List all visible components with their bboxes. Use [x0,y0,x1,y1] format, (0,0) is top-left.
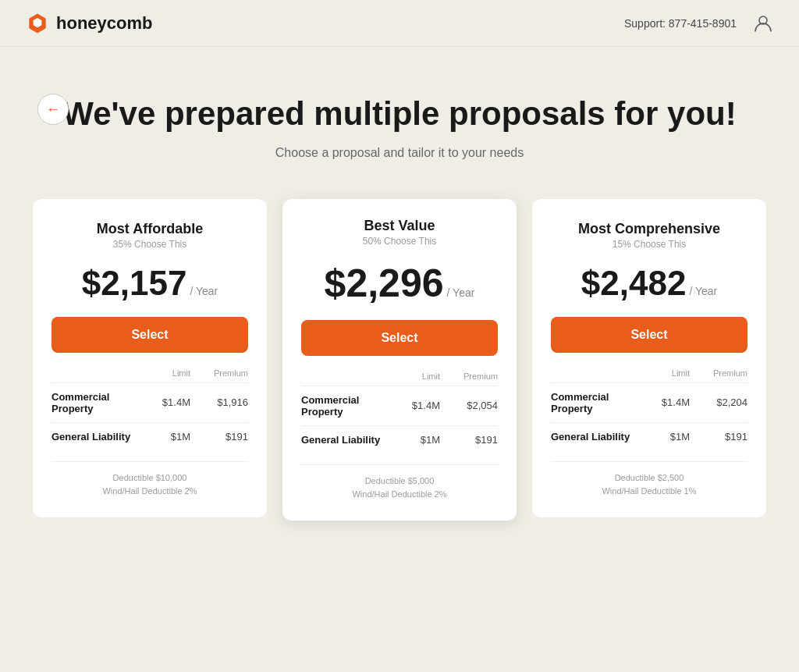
honeycomb-logo-icon [25,11,50,36]
price-period-best-value: / Year [447,286,475,299]
coverage-premium-gl-best-value: $191 [459,434,498,446]
price-amount-best-value: $2,296 [325,261,444,306]
col-limit-comprehensive: Limit [651,368,690,378]
select-button-best-value[interactable]: Select [301,320,498,356]
coverage-name-gl-affordable: General Liability [51,431,130,443]
card-choose-comprehensive: 15% Choose This [551,239,748,250]
col-premium-best-value: Premium [459,372,498,381]
card-price-best-value: $2,296 / Year [301,261,498,306]
coverage-limit-gl-comprehensive: $1M [651,431,690,443]
user-icon[interactable] [752,12,774,34]
card-choose-affordable: 35% Choose This [51,239,248,250]
deductible-line2-affordable: Wind/Hail Deductible 2% [51,485,248,499]
deductible-info-best-value: Deductible $5,000 Wind/Hail Deductible 2… [301,464,498,502]
coverage-premium-gl-affordable: $191 [209,431,248,443]
coverage-limit-cp-affordable: $1.4M [151,396,190,408]
header: honeycomb Support: 877-415-8901 [0,0,799,47]
back-button[interactable]: ← [37,94,69,125]
col-limit-best-value: Limit [401,372,440,381]
coverage-premium-cp-affordable: $1,916 [209,396,248,408]
coverage-premium-gl-comprehensive: $191 [708,431,748,443]
coverage-row-gl-affordable: General Liability $1M $191 [51,422,248,450]
back-arrow-icon: ← [46,101,60,118]
coverage-table-affordable: Limit Premium Commercial Property $1.4M … [51,368,248,450]
coverage-limit-cp-best-value: $1.4M [401,400,440,411]
card-most-comprehensive: Most Comprehensive 15% Choose This $2,48… [532,199,766,517]
deductible-line2-best-value: Wind/Hail Deductible 2% [301,488,498,502]
card-price-comprehensive: $2,482 / Year [551,264,748,303]
card-title-comprehensive: Most Comprehensive [551,221,748,237]
deductible-info-comprehensive: Deductible $2,500 Wind/Hail Deductible 1… [551,461,748,499]
coverage-header-best-value: Limit Premium [301,372,498,381]
support-text: Support: 877-415-8901 [624,17,737,30]
deductible-line1-best-value: Deductible $5,000 [301,475,498,489]
coverage-name-gl-comprehensive: General Liability [551,431,630,443]
coverage-name-gl-best-value: General Liability [301,434,380,446]
coverage-row-gl-comprehensive: General Liability $1M $191 [551,422,748,450]
header-right: Support: 877-415-8901 [624,12,774,34]
deductible-line1-affordable: Deductible $10,000 [51,471,248,485]
card-title-best-value: Best Value [301,218,498,234]
coverage-name-cp-affordable: Commercial Property [51,391,151,414]
price-amount-comprehensive: $2,482 [581,264,687,303]
coverage-row-cp-comprehensive: Commercial Property $1.4M $2,204 [551,382,748,422]
page-title: We've prepared multiple proposals for yo… [31,94,768,135]
proposals-container: Most Affordable 35% Choose This $2,157 /… [31,199,768,521]
logo-text: honeycomb [56,13,152,34]
coverage-premium-cp-best-value: $2,054 [459,400,498,411]
main-content: ← We've prepared multiple proposals for … [0,47,799,583]
coverage-name-cp-comprehensive: Commercial Property [551,391,651,414]
coverage-table-best-value: Limit Premium Commercial Property $1.4M … [301,372,498,453]
coverage-row-cp-affordable: Commercial Property $1.4M $1,916 [51,382,248,422]
coverage-premium-cp-comprehensive: $2,204 [708,396,748,408]
deductible-line2-comprehensive: Wind/Hail Deductible 1% [551,485,748,499]
coverage-table-comprehensive: Limit Premium Commercial Property $1.4M … [551,368,748,450]
select-button-affordable[interactable]: Select [51,317,248,353]
coverage-header-comprehensive: Limit Premium [551,368,748,378]
price-period-affordable: / Year [190,285,218,297]
coverage-row-gl-best-value: General Liability $1M $191 [301,425,498,453]
col-premium-affordable: Premium [209,368,248,378]
coverage-header-affordable: Limit Premium [51,368,248,378]
coverage-row-cp-best-value: Commercial Property $1.4M $2,054 [301,386,498,425]
coverage-limit-gl-affordable: $1M [151,431,190,443]
card-price-affordable: $2,157 / Year [51,264,248,303]
card-title-affordable: Most Affordable [51,221,248,237]
col-premium-comprehensive: Premium [708,368,748,378]
price-amount-affordable: $2,157 [82,264,187,303]
deductible-line1-comprehensive: Deductible $2,500 [551,471,748,485]
price-period-comprehensive: / Year [689,285,717,297]
card-best-value: Best Value 50% Choose This $2,296 / Year… [282,199,517,521]
deductible-info-affordable: Deductible $10,000 Wind/Hail Deductible … [51,461,248,499]
coverage-limit-cp-comprehensive: $1.4M [651,396,690,408]
col-limit-affordable: Limit [151,368,190,378]
page-subtitle: Choose a proposal and tailor it to your … [31,146,768,160]
logo[interactable]: honeycomb [25,11,152,36]
card-choose-best-value: 50% Choose This [301,236,498,247]
coverage-limit-gl-best-value: $1M [401,434,440,446]
coverage-name-cp-best-value: Commercial Property [301,394,401,418]
select-button-comprehensive[interactable]: Select [551,317,748,353]
hero-section: We've prepared multiple proposals for yo… [31,94,768,160]
card-most-affordable: Most Affordable 35% Choose This $2,157 /… [33,199,267,517]
